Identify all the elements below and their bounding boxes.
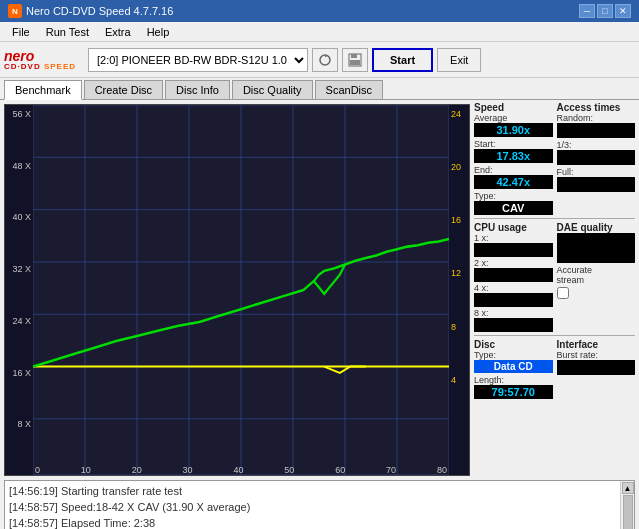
tab-scan-disc[interactable]: ScanDisc [315, 80, 383, 99]
start-value: 17.83x [474, 149, 553, 163]
tab-benchmark[interactable]: Benchmark [4, 80, 82, 100]
disc-section: Disc Type: Data CD Length: 79:57.70 [474, 339, 553, 399]
top-section: Speed Average 31.90x Start: 17.83x End: … [474, 102, 635, 215]
menu-help[interactable]: Help [139, 24, 178, 40]
disc-header: Disc [474, 339, 553, 350]
close-button[interactable]: ✕ [615, 4, 631, 18]
chart-svg [33, 105, 449, 475]
average-value: 31.90x [474, 123, 553, 137]
divider-2 [474, 335, 635, 336]
menu-bar: File Run Test Extra Help [0, 22, 639, 42]
y-right-8: 8 [451, 322, 467, 332]
speed-section: Speed Average 31.90x Start: 17.83x End: … [474, 102, 553, 215]
average-label: Average [474, 113, 553, 123]
save-icon [347, 52, 363, 68]
chart-area: 56 X 48 X 40 X 32 X 24 X 16 X 8 X [4, 104, 470, 476]
accurate-stream-label2: stream [557, 275, 636, 285]
cpu-4x-label: 4 x: [474, 283, 553, 293]
chart-plot: 0 10 20 30 40 50 60 70 80 [33, 105, 449, 475]
right-panel: Speed Average 31.90x Start: 17.83x End: … [474, 100, 639, 480]
y-label-40: 40 X [7, 212, 31, 222]
burst-rate-box [557, 360, 636, 375]
full-value-box [557, 177, 636, 192]
cpu-2x-box [474, 268, 553, 282]
start-label: Start: [474, 139, 553, 149]
random-label: Random: [557, 113, 636, 123]
start-button[interactable]: Start [372, 48, 433, 72]
y-right-12: 12 [451, 268, 467, 278]
menu-run-test[interactable]: Run Test [38, 24, 97, 40]
drive-select[interactable]: [2:0] PIONEER BD-RW BDR-S12U 1.00 [88, 48, 308, 72]
toolbar: nero CD·DVD SPEED [2:0] PIONEER BD-RW BD… [0, 42, 639, 78]
exit-button[interactable]: Exit [437, 48, 481, 72]
svg-rect-3 [350, 60, 360, 65]
speed-header: Speed [474, 102, 553, 113]
length-value: 79:57.70 [474, 385, 553, 399]
end-label: End: [474, 165, 553, 175]
full-label: Full: [557, 167, 636, 177]
y-label-8: 8 X [7, 419, 31, 429]
app-icon: N [8, 4, 22, 18]
scroll-thumb[interactable] [623, 495, 633, 529]
log-line-2: [14:58:57] Speed:18-42 X CAV (31.90 X av… [9, 499, 616, 515]
menu-extra[interactable]: Extra [97, 24, 139, 40]
cpu-1x-label: 1 x: [474, 233, 553, 243]
y-label-56: 56 X [7, 109, 31, 119]
divider-1 [474, 218, 635, 219]
nero-logo-text: nero [4, 49, 34, 63]
refresh-button[interactable] [312, 48, 338, 72]
x-label-40: 40 [233, 465, 243, 475]
y-label-48: 48 X [7, 161, 31, 171]
end-value: 42.47x [474, 175, 553, 189]
log-scrollbar[interactable]: ▲ ▼ [620, 481, 634, 529]
x-label-30: 30 [183, 465, 193, 475]
log-line-3: [14:58:57] Elapsed Time: 2:38 [9, 515, 616, 529]
save-button[interactable] [342, 48, 368, 72]
maximize-button[interactable]: □ [597, 4, 613, 18]
x-axis: 0 10 20 30 40 50 60 70 80 [33, 465, 449, 475]
cpu-8x-label: 8 x: [474, 308, 553, 318]
onethird-label: 1/3: [557, 140, 636, 150]
accurate-stream-checkbox[interactable] [557, 287, 569, 299]
interface-header: Interface [557, 339, 636, 350]
cpu-dae-section: CPU usage 1 x: 2 x: 4 x: 8 x: DAE qualit… [474, 222, 635, 332]
y-right-4: 4 [451, 375, 467, 385]
window-controls: ─ □ ✕ [579, 4, 631, 18]
x-label-80: 80 [437, 465, 447, 475]
minimize-button[interactable]: ─ [579, 4, 595, 18]
random-value-box [557, 123, 636, 138]
x-label-70: 70 [386, 465, 396, 475]
log-line-1: [14:56:19] Starting transfer rate test [9, 483, 616, 499]
disc-type-value: Data CD [474, 360, 553, 373]
title-bar: N Nero CD-DVD Speed 4.7.7.16 ─ □ ✕ [0, 0, 639, 22]
dae-section: DAE quality Accurate stream [557, 222, 636, 332]
onethird-value-box [557, 150, 636, 165]
x-label-20: 20 [132, 465, 142, 475]
y-axis-left: 56 X 48 X 40 X 32 X 24 X 16 X 8 X [5, 105, 33, 475]
x-label-60: 60 [335, 465, 345, 475]
scroll-up-button[interactable]: ▲ [622, 482, 634, 494]
interface-section: Interface Burst rate: [557, 339, 636, 399]
x-label-50: 50 [284, 465, 294, 475]
tab-disc-quality[interactable]: Disc Quality [232, 80, 313, 99]
tab-disc-info[interactable]: Disc Info [165, 80, 230, 99]
svg-rect-2 [351, 54, 357, 58]
nero-logo: nero CD·DVD SPEED [4, 49, 76, 71]
menu-file[interactable]: File [4, 24, 38, 40]
log-content: [14:56:19] Starting transfer rate test [… [5, 481, 620, 529]
dae-header: DAE quality [557, 222, 636, 233]
x-label-0: 0 [35, 465, 40, 475]
tab-create-disc[interactable]: Create Disc [84, 80, 163, 99]
type-label: Type: [474, 191, 553, 201]
dae-value-box [557, 233, 636, 263]
cpu-1x-box [474, 243, 553, 257]
cpu-8x-box [474, 318, 553, 332]
y-label-24: 24 X [7, 316, 31, 326]
cpu-header: CPU usage [474, 222, 553, 233]
y-right-20: 20 [451, 162, 467, 172]
main-content: 56 X 48 X 40 X 32 X 24 X 16 X 8 X [0, 100, 639, 480]
burst-rate-label: Burst rate: [557, 350, 636, 360]
chart-container: 56 X 48 X 40 X 32 X 24 X 16 X 8 X [0, 100, 474, 480]
log-area: [14:56:19] Starting transfer rate test [… [4, 480, 635, 529]
cpu-section: CPU usage 1 x: 2 x: 4 x: 8 x: [474, 222, 553, 332]
